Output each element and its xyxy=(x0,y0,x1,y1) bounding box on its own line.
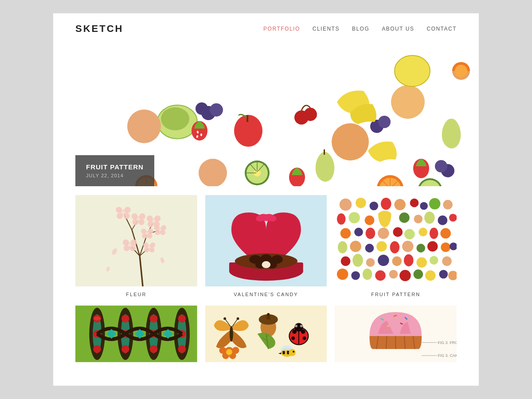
svg-point-175 xyxy=(363,269,372,280)
svg-point-126 xyxy=(262,214,270,221)
svg-point-147 xyxy=(366,228,376,239)
svg-point-198 xyxy=(150,345,158,353)
fruit2-thumb[interactable] xyxy=(335,194,457,287)
fleur-label: FLEUR xyxy=(126,292,146,297)
svg-point-152 xyxy=(430,228,438,239)
svg-point-128 xyxy=(340,199,352,211)
svg-point-77 xyxy=(139,213,145,219)
svg-point-70 xyxy=(116,207,122,213)
header: SKETCH PORTFOLIO CLIENTS BLOG ABOUT US C… xyxy=(53,13,479,44)
valentines-label: VALENTINE'S CANDY xyxy=(234,292,298,297)
svg-point-71 xyxy=(125,207,131,213)
svg-point-57 xyxy=(395,55,430,86)
svg-point-178 xyxy=(400,270,411,282)
svg-point-141 xyxy=(414,215,423,223)
svg-point-148 xyxy=(378,228,389,239)
svg-point-161 xyxy=(427,241,438,252)
fleur-thumb[interactable] xyxy=(75,194,197,287)
svg-point-208 xyxy=(230,326,233,341)
hero-date: JULY 22, 2014 xyxy=(86,173,144,178)
svg-point-180 xyxy=(425,270,436,281)
svg-point-179 xyxy=(414,270,423,279)
svg-point-132 xyxy=(395,199,406,211)
svg-point-129 xyxy=(356,198,366,208)
nav-contact[interactable]: CONTACT xyxy=(426,26,457,32)
svg-point-169 xyxy=(404,254,414,266)
svg-point-56 xyxy=(455,65,467,77)
svg-point-10 xyxy=(196,102,208,115)
main-nav: PORTFOLIO CLIENTS BLOG ABOUT US CONTACT xyxy=(263,26,457,32)
svg-rect-237 xyxy=(282,351,285,354)
hero-image[interactable]: FRUIT PATTERN JULY 22, 2014 xyxy=(53,44,479,186)
grid-row-2: FIG 3. FROSTING FIG 3. CAKE xyxy=(75,305,457,363)
svg-point-156 xyxy=(365,244,374,253)
svg-point-173 xyxy=(337,269,348,280)
svg-point-6 xyxy=(332,123,369,160)
svg-point-140 xyxy=(399,212,410,223)
svg-point-223 xyxy=(302,336,306,340)
nav-clients[interactable]: CLIENTS xyxy=(313,26,340,32)
svg-point-83 xyxy=(155,215,161,222)
svg-point-191 xyxy=(121,315,129,323)
svg-point-136 xyxy=(443,200,453,210)
svg-point-76 xyxy=(132,213,138,219)
svg-point-134 xyxy=(420,202,428,210)
svg-point-149 xyxy=(393,227,403,237)
svg-point-106 xyxy=(141,229,146,234)
nav-portfolio[interactable]: PORTFOLIO xyxy=(263,26,300,32)
portfolio-item-bugs[interactable] xyxy=(205,305,327,363)
svg-point-157 xyxy=(377,241,387,252)
svg-point-216 xyxy=(267,313,270,316)
svg-point-154 xyxy=(338,241,348,253)
svg-rect-59 xyxy=(75,195,197,286)
svg-point-137 xyxy=(337,213,346,225)
grid-row-1: FLEUR xyxy=(75,194,457,297)
svg-text:FIG 3. CAKE: FIG 3. CAKE xyxy=(438,353,457,358)
svg-point-4 xyxy=(127,110,161,143)
svg-point-210 xyxy=(223,317,226,320)
svg-point-3 xyxy=(161,107,189,130)
svg-point-224 xyxy=(294,323,303,332)
portfolio-item-cake[interactable]: FIG 3. FROSTING FIG 3. CAKE xyxy=(335,305,457,363)
svg-point-242 xyxy=(293,351,294,352)
svg-point-110 xyxy=(146,232,149,235)
svg-point-203 xyxy=(178,345,186,353)
svg-point-143 xyxy=(438,215,448,225)
svg-point-133 xyxy=(410,199,419,207)
svg-point-130 xyxy=(370,202,379,211)
svg-point-72 xyxy=(117,213,123,219)
portfolio-item-fruit2[interactable]: FRUIT PATTERN xyxy=(335,194,457,297)
portfolio-item-retro[interactable] xyxy=(75,305,197,363)
svg-point-170 xyxy=(417,257,427,268)
valentines-thumb[interactable] xyxy=(205,194,327,287)
svg-rect-16 xyxy=(246,115,248,122)
portfolio-item-valentines[interactable]: VALENTINE'S CANDY xyxy=(205,194,327,297)
bugs-thumb[interactable] xyxy=(205,305,327,363)
svg-point-174 xyxy=(352,271,360,280)
nav-about[interactable]: ABOUT US xyxy=(382,26,414,32)
svg-point-158 xyxy=(390,241,400,253)
svg-point-104 xyxy=(148,246,151,249)
svg-point-164 xyxy=(341,256,351,266)
svg-point-222 xyxy=(291,336,295,340)
cake-thumb[interactable]: FIG 3. FROSTING FIG 3. CAKE xyxy=(335,305,457,363)
nav-blog[interactable]: BLOG xyxy=(352,26,369,32)
svg-point-146 xyxy=(354,228,363,237)
portfolio-item-fleur[interactable]: FLEUR xyxy=(75,194,197,297)
svg-point-142 xyxy=(424,211,435,223)
svg-point-212 xyxy=(236,317,239,320)
svg-point-153 xyxy=(441,228,451,239)
svg-text:FIG 3. FROSTING: FIG 3. FROSTING xyxy=(438,340,457,345)
svg-point-73 xyxy=(124,213,130,219)
page-container: SKETCH PORTFOLIO CLIENTS BLOG ABOUT US C… xyxy=(53,13,479,386)
svg-point-151 xyxy=(419,228,428,237)
retro-thumb[interactable] xyxy=(75,305,197,363)
logo[interactable]: SKETCH xyxy=(75,23,123,35)
svg-point-95 xyxy=(131,239,137,246)
svg-point-5 xyxy=(199,159,227,186)
svg-point-21 xyxy=(200,133,202,136)
svg-point-193 xyxy=(121,345,129,353)
svg-rect-39 xyxy=(324,149,325,155)
svg-point-226 xyxy=(300,325,303,327)
svg-point-9 xyxy=(210,103,223,117)
